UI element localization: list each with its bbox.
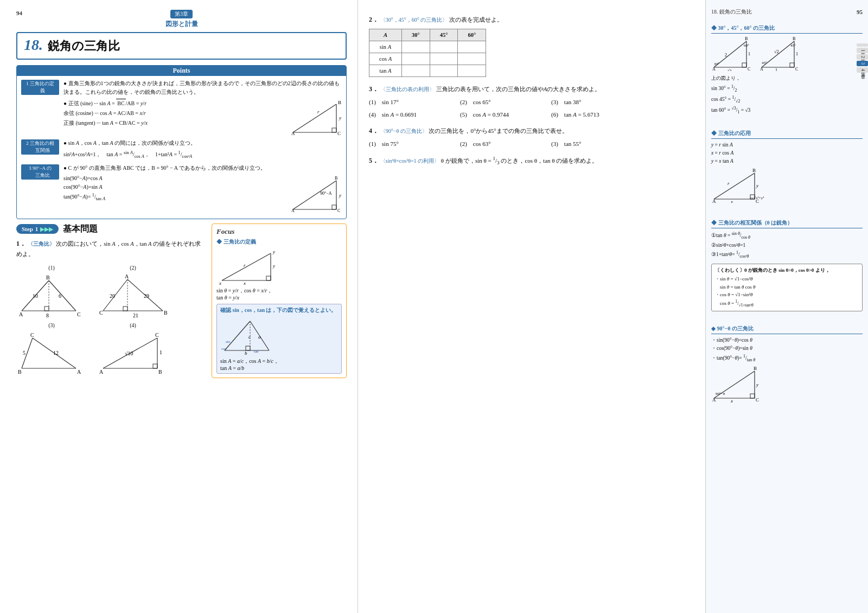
svg-text:sin: sin xyxy=(226,340,231,344)
svg-text:A: A xyxy=(760,67,763,71)
prob4-label: 〈90°−θ の三角比〉 xyxy=(380,128,427,134)
svg-text:B: B xyxy=(338,100,341,105)
nav-ch2[interactable]: 第2章 xyxy=(857,54,868,60)
svg-text:6: 6 xyxy=(59,293,61,299)
svg-line-2 xyxy=(293,104,336,132)
prob5-label: 〈sin²θ+cos²θ=1 の利用〉 xyxy=(380,158,439,164)
svg-text:C: C xyxy=(795,67,798,71)
svg-text:B: B xyxy=(164,310,168,316)
svg-text:A: A xyxy=(291,131,295,136)
triangle-30-60: A B C 2 1 √3 30° 60° xyxy=(711,36,755,71)
svg-text:r: r xyxy=(244,263,246,268)
prob4-text: 次の三角比を，0°から45°までの角の三角比で表せ。 xyxy=(429,127,567,134)
svg-text:29: 29 xyxy=(144,293,149,299)
page-number-left: 94 xyxy=(16,10,22,16)
focus-note-label: 確認 sin，cos，tan は，下の図で覚えるとよい。 xyxy=(220,306,338,314)
svg-text:2: 2 xyxy=(725,53,727,58)
point-label-3: 3 90°−A の 三角比 xyxy=(21,164,59,180)
sidebar-90-3: ・tan(90°−θ)= 1/tan θ xyxy=(711,353,863,364)
prob2-text: 次の表を完成せよ。 xyxy=(449,16,503,23)
nav-ch4[interactable]: 第4章 xyxy=(857,67,868,73)
nav-gate[interactable]: 次門 xyxy=(857,43,868,47)
sidebar-app-3: y = x tan A xyxy=(711,157,863,165)
cell-cosa-label: cos A xyxy=(369,53,402,65)
svg-rect-53 xyxy=(153,364,157,368)
step-number: 1 xyxy=(35,226,39,232)
svg-text:B: B xyxy=(335,176,337,181)
sidebar-90-triangle: A B C 90°−θ y x xyxy=(711,366,765,403)
svg-text:C: C xyxy=(30,332,34,338)
sidebar-90-2: ・cos(90°−θ)=sin θ xyxy=(711,344,863,353)
tri-svg-3: B C A 5 12 xyxy=(16,331,87,375)
svg-text:B: B xyxy=(745,36,748,41)
svg-text:y: y xyxy=(756,183,758,188)
svg-rect-117 xyxy=(750,394,755,398)
svg-text:r: r xyxy=(727,181,730,186)
focus-triangle-diagram: x y r y x xyxy=(216,248,276,286)
svg-text:A: A xyxy=(125,274,129,279)
point-label-2: 2 三角比の相 互関係 xyxy=(21,139,59,155)
cell-tana-label: tan A xyxy=(369,65,402,77)
svg-line-21 xyxy=(49,280,76,311)
sidebar-note-1: ・sin θ = √1−cos²θ xyxy=(715,275,859,283)
svg-text:A: A xyxy=(19,311,23,317)
svg-text:√3: √3 xyxy=(727,68,732,71)
prob5-num: 5． xyxy=(369,157,379,164)
svg-text:B: B xyxy=(46,274,50,280)
svg-text:B: B xyxy=(793,36,795,41)
svg-text:B: B xyxy=(158,369,162,375)
row-cos: cos A xyxy=(369,53,486,65)
svg-text:1: 1 xyxy=(748,52,750,56)
prob1-num: 1． xyxy=(16,240,26,247)
svg-rect-3 xyxy=(332,128,336,132)
page-title-right: 18. 鋭角の三角比 xyxy=(711,8,752,16)
svg-text:A: A xyxy=(712,67,716,71)
triangle-4: (4) A C B √10 1 xyxy=(98,321,168,375)
sidebar-section-angles: ◆ 30°，45°，60° の三角比 A B C 2 1 √3 30° 60° xyxy=(711,24,863,116)
svg-text:x: x xyxy=(730,398,733,403)
sidebar-above-fig: 上の図より， xyxy=(711,74,863,82)
triangle-diagram-2: A B C 90°−A y x xyxy=(290,174,342,212)
svg-text:cos: cos xyxy=(221,347,227,351)
svg-text:C: C xyxy=(756,397,759,403)
tri-svg-2: C A B 20 29 21 xyxy=(98,274,168,317)
sidebar-note-box: 〔くわしく〕θ が鋭角のとき sin θ>0，cos θ>0 より， ・sin … xyxy=(711,264,863,311)
prob5-text: θ が鋭角で，sin θ = 1/3 のとき，cos θ，tan θ の値を求め… xyxy=(441,157,598,164)
prob3-label: 〈三角比の表の利用〉 xyxy=(380,86,435,92)
sidebar-mutual-2: ②sin²θ+cos²θ=1 xyxy=(711,241,863,250)
sidebar-heading-90: ◆ 90°−θ の三角比 xyxy=(711,324,863,334)
cell-tan30 xyxy=(402,65,430,77)
svg-text:A: A xyxy=(99,369,104,375)
sidebar-heading-mutual: ◆ 三角比の相互関係（θ は鋭角） xyxy=(711,219,863,228)
svg-text:30°: 30° xyxy=(714,62,719,66)
svg-text:B: B xyxy=(18,369,22,375)
cell-sin60 xyxy=(458,41,486,53)
chapter-nav: 次門 第1章 第2章 第3章 第4章 xyxy=(857,43,868,73)
svg-line-61 xyxy=(222,253,271,280)
svg-text:21: 21 xyxy=(133,312,138,317)
nav-ch1[interactable]: 第1章 xyxy=(857,48,868,53)
nav-ch3[interactable]: 第3章 xyxy=(857,61,868,66)
svg-rect-94 xyxy=(790,63,794,67)
focus-formula-1: sin θ = y/r，cos θ = x/r， xyxy=(216,287,342,295)
col-45: 45° xyxy=(430,29,458,41)
prob3-sub1: (1) sin 17° xyxy=(369,98,456,106)
svg-text:r: r xyxy=(317,109,320,114)
trig-table: A 30° 45° 60° sin A cos A tan A xyxy=(369,29,486,77)
angle-triangles: A B C 2 1 √3 30° 60° A B C √2 1 1 45° xyxy=(711,36,863,71)
prob4-sub1: (1) sin 75° xyxy=(369,140,456,148)
point-content-3: ● C が 90° の直角三角形 ABC では，B = 90° − A であるか… xyxy=(63,164,342,212)
step-header: Step 1 ▶▶▶ 基本問題 xyxy=(16,224,206,235)
cell-cos60 xyxy=(458,53,486,65)
triangles-row-top: (1) A B C 10 6 8 xyxy=(16,263,206,317)
svg-text:1: 1 xyxy=(159,349,162,355)
sidebar-app-2: x = r cos A xyxy=(711,149,863,157)
sidebar-note-3: ・cos θ = √1−sin²θ xyxy=(715,291,859,298)
sidebar-note-4: cos θ = 1/√1+tan²θ xyxy=(715,298,859,309)
focus-title: Focus xyxy=(216,227,342,236)
triangle-diagram-1: A B C r y x xyxy=(290,99,342,136)
prob3-num: 3． xyxy=(369,85,379,93)
problem-5: 5． 〈sin²θ+cos²θ=1 の利用〉 θ が鋭角で，sin θ = 1/… xyxy=(369,156,694,165)
svg-text:90°−A: 90°−A xyxy=(320,191,332,196)
section-title-box: 18. 鋭角の三角比 xyxy=(16,32,347,60)
